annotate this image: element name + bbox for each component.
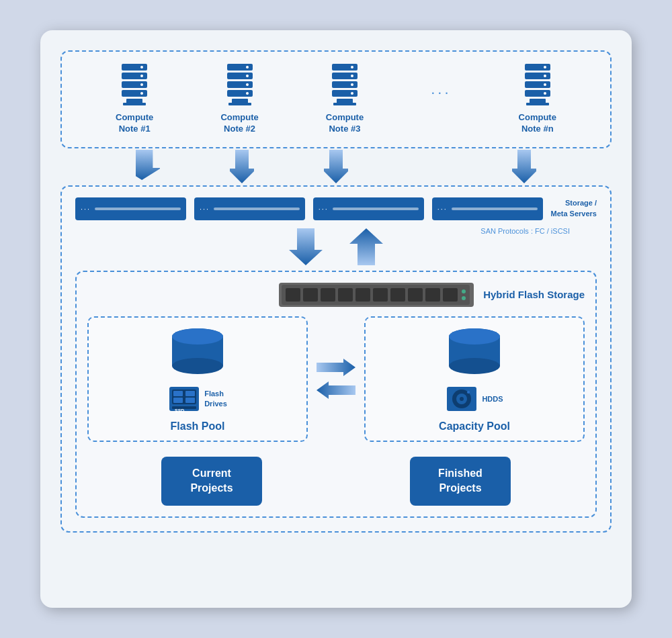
dots-label: ...: [431, 81, 451, 98]
buttons-row: CurrentProjects FinishedProjects: [87, 457, 585, 506]
storage-bar-3: ···: [313, 197, 424, 220]
svg-point-6: [140, 66, 143, 69]
svg-rect-13: [227, 90, 253, 97]
svg-rect-5: [123, 103, 146, 105]
server-icon-1: [116, 64, 153, 107]
compute-node-1-label: ComputeNote #1: [116, 112, 153, 135]
svg-rect-55: [408, 288, 423, 302]
svg-rect-35: [526, 103, 549, 105]
flash-pool-cylinder: [167, 327, 228, 377]
hdd-icon: [446, 383, 478, 415]
svg-rect-56: [425, 288, 440, 302]
svg-rect-69: [173, 398, 183, 403]
san-arrow-up: [349, 228, 383, 265]
svg-point-29: [351, 92, 353, 95]
flash-drives-label: FlashDrives: [204, 389, 227, 408]
current-projects-button[interactable]: CurrentProjects: [161, 457, 262, 506]
svg-rect-25: [333, 103, 356, 105]
compute-node-1: ComputeNote #1: [116, 64, 153, 135]
storage-bar-4: ···: [432, 197, 543, 220]
server-icon-2: [222, 64, 258, 107]
svg-rect-0: [122, 64, 147, 71]
arrow-down-n: [512, 150, 536, 183]
hdd-container: HDDS: [446, 383, 503, 415]
san-protocol-label: SAN Protocols : FC / iSCSI: [480, 227, 570, 235]
svg-point-28: [351, 83, 353, 86]
svg-rect-53: [373, 288, 388, 302]
bar-dots-1: ···: [81, 205, 91, 213]
arrow-down-3: [324, 150, 348, 183]
compute-node-3: ComputeNote #3: [326, 64, 364, 135]
storage-bar-1: ···: [75, 197, 186, 220]
svg-marker-45: [349, 228, 383, 265]
svg-point-39: [544, 92, 546, 95]
dots-separator: ...: [431, 81, 451, 118]
bar-line-4: [452, 208, 538, 210]
storage-bar-2: ···: [194, 197, 305, 220]
svg-rect-32: [525, 81, 550, 88]
svg-point-38: [544, 83, 546, 86]
arrow-down-1: [136, 150, 160, 183]
svg-point-9: [140, 92, 143, 95]
server-icon-3: [327, 64, 363, 107]
svg-point-36: [544, 66, 546, 69]
svg-point-17: [246, 75, 249, 77]
svg-rect-31: [525, 73, 550, 79]
hybrid-section: Hybrid Flash Storage: [75, 271, 597, 518]
svg-marker-44: [289, 228, 323, 265]
svg-point-18: [246, 83, 249, 86]
arrow-left: [317, 381, 355, 399]
svg-rect-54: [390, 288, 405, 302]
pool-exchange-arrows: [316, 316, 356, 442]
capacity-pool-cylinder: [444, 327, 505, 377]
finished-projects-button[interactable]: FinishedProjects: [410, 457, 511, 506]
hybrid-label: Hybrid Flash Storage: [483, 289, 585, 300]
svg-text:SSD: SSD: [175, 408, 184, 413]
compute-node-2: ComputeNote #2: [220, 64, 258, 135]
main-card: ComputeNote #1 ComputeNote #2: [40, 30, 632, 608]
bar-dots-4: ···: [437, 205, 448, 213]
compute-node-n: ComputeNote #n: [519, 64, 556, 135]
svg-rect-48: [286, 288, 300, 302]
svg-rect-22: [332, 81, 358, 88]
svg-point-26: [351, 66, 353, 69]
storage-meta-label: Storage /Meta Servers: [551, 198, 597, 219]
svg-marker-73: [317, 381, 355, 399]
svg-point-37: [544, 75, 546, 77]
svg-rect-12: [227, 81, 253, 88]
svg-point-59: [462, 296, 466, 300]
svg-marker-41: [230, 150, 254, 183]
svg-rect-67: [173, 391, 183, 396]
svg-rect-3: [122, 90, 147, 97]
svg-point-81: [460, 397, 464, 401]
hybrid-header: Hybrid Flash Storage: [87, 281, 585, 308]
svg-rect-33: [525, 90, 550, 97]
svg-rect-51: [338, 288, 353, 302]
svg-point-82: [467, 391, 470, 394]
compute-node-n-label: ComputeNote #n: [519, 112, 556, 135]
svg-point-19: [246, 92, 249, 95]
ssd-container: SSD FlashDrives: [168, 383, 227, 415]
flash-pool-box: SSD FlashDrives Flash Pool: [87, 316, 308, 442]
nas-device-icon: [279, 281, 474, 308]
san-arrow-down: [289, 228, 323, 265]
flash-pool-label: Flash Pool: [171, 420, 225, 432]
svg-point-16: [246, 66, 249, 69]
svg-point-63: [172, 328, 223, 345]
server-icon-n: [519, 64, 556, 107]
bar-line-1: [95, 208, 181, 210]
svg-rect-10: [227, 64, 253, 71]
svg-rect-30: [525, 64, 550, 71]
ssd-icon: SSD: [168, 383, 200, 415]
middle-section: ··· ··· ··· ··· Storage /Meta Servers: [60, 185, 612, 533]
san-area: SAN Protocols : FC / iSCSI: [75, 226, 597, 271]
bar-dots-2: ···: [200, 205, 210, 213]
svg-rect-2: [122, 81, 147, 88]
svg-rect-70: [185, 398, 195, 403]
svg-marker-43: [512, 150, 536, 183]
svg-marker-40: [136, 150, 160, 180]
svg-rect-23: [332, 90, 358, 97]
compute-arrows-row: [60, 148, 612, 185]
svg-rect-21: [332, 73, 358, 79]
svg-marker-42: [324, 150, 348, 183]
